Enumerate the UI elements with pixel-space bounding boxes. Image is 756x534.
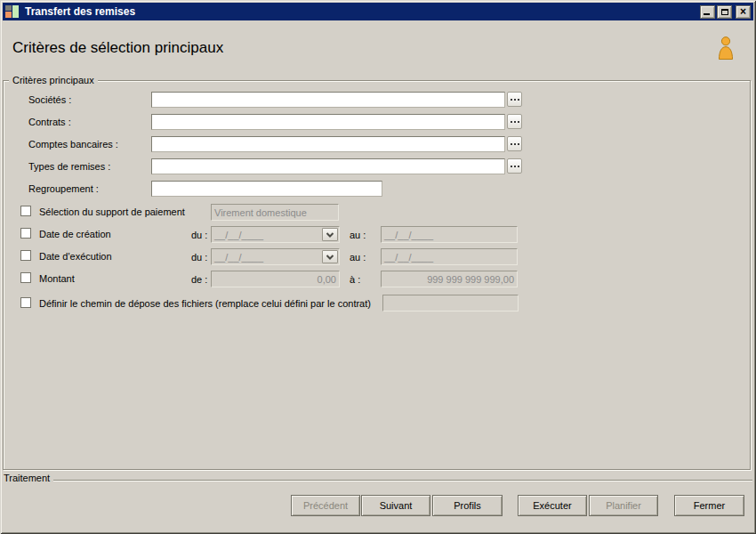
ellipsis-icon <box>511 166 519 167</box>
montant-checkbox-label: Montant <box>39 273 75 285</box>
precedent-button: Précédent <box>291 495 360 516</box>
support-checkbox-label: Sélection du support de paiement <box>39 206 185 218</box>
app-icon-gray-block <box>5 5 12 11</box>
chemin-checkbox-label: Définir le chemin de dépose des fichiers… <box>39 298 371 310</box>
date-creation-checkbox[interactable] <box>20 228 31 239</box>
window-controls: × <box>698 5 751 19</box>
app-icon-green-block <box>12 5 19 18</box>
date-creation-checkbox-label: Date de création <box>39 229 111 240</box>
planifier-button: Planifier <box>589 495 658 516</box>
support-input: Virement domestique <box>211 204 339 221</box>
chevron-down-icon <box>322 228 338 241</box>
maximize-button[interactable] <box>717 5 732 19</box>
app-icon <box>5 4 20 19</box>
montant-to-input: 999 999 999 999,00 <box>381 271 518 287</box>
traitement-divider <box>53 480 752 481</box>
date-creation-from-label: du : <box>191 230 207 241</box>
close-button[interactable]: × <box>736 5 751 19</box>
types-remises-label: Types de remises : <box>28 161 110 173</box>
comptes-bancaires-input[interactable] <box>151 136 505 152</box>
ellipsis-icon <box>511 143 519 145</box>
profils-button[interactable]: Profils <box>432 495 503 516</box>
date-execution-checkbox-label: Date d'exécution <box>39 251 112 263</box>
suivant-button[interactable]: Suivant <box>361 495 430 516</box>
date-creation-to-input: __/__/____ <box>381 226 518 243</box>
date-creation-from-select: __/__/____ <box>211 226 340 243</box>
chemin-checkbox[interactable] <box>20 297 31 308</box>
ellipsis-icon <box>511 121 519 123</box>
page-title: Critères de sélection principaux <box>12 39 223 57</box>
types-remises-browse-button[interactable] <box>507 158 522 174</box>
montant-from-input: 0,00 <box>211 271 340 287</box>
regroupement-input[interactable] <box>151 181 382 197</box>
types-remises-input[interactable] <box>151 158 505 174</box>
titlebar: Transfert des remises × <box>3 3 753 20</box>
date-execution-from-label: du : <box>191 252 207 263</box>
date-creation-from-value: __/__/____ <box>212 230 322 240</box>
window: Transfert des remises × Critères de séle… <box>0 0 756 534</box>
date-execution-to-input: __/__/____ <box>381 248 518 265</box>
montant-from-label: de : <box>191 274 207 286</box>
societes-input[interactable] <box>151 92 505 108</box>
criteria-group-label: Critères principaux <box>9 75 98 85</box>
close-icon: × <box>740 7 746 16</box>
date-execution-from-value: __/__/____ <box>212 252 322 263</box>
societes-browse-button[interactable] <box>507 92 522 107</box>
montant-to-label: à : <box>350 274 360 286</box>
window-title: Transfert des remises <box>25 5 698 18</box>
contrats-label: Contrats : <box>28 117 71 128</box>
ellipsis-icon <box>511 99 519 101</box>
date-creation-to-label: au : <box>350 230 366 241</box>
chemin-input <box>382 295 519 312</box>
societes-label: Sociétés : <box>28 94 71 106</box>
minimize-icon <box>704 13 710 15</box>
date-execution-checkbox[interactable] <box>20 250 31 261</box>
comptes-bancaires-browse-button[interactable] <box>507 136 522 151</box>
person-icon <box>715 36 736 61</box>
support-checkbox[interactable] <box>20 206 31 216</box>
contrats-input[interactable] <box>151 114 505 130</box>
comptes-bancaires-label: Comptes bancaires : <box>28 139 118 150</box>
traitement-label: Traitement <box>4 473 52 483</box>
executer-button[interactable]: Exécuter <box>518 495 587 516</box>
chevron-down-icon <box>322 250 338 263</box>
fermer-button[interactable]: Fermer <box>674 495 744 516</box>
maximize-icon <box>721 9 728 15</box>
date-execution-to-label: au : <box>350 252 366 263</box>
app-icon-orange-block <box>5 12 12 18</box>
contrats-browse-button[interactable] <box>507 114 522 129</box>
regroupement-label: Regroupement : <box>28 183 99 195</box>
montant-checkbox[interactable] <box>20 272 31 283</box>
minimize-button[interactable] <box>700 5 715 19</box>
date-execution-from-select: __/__/____ <box>211 248 340 265</box>
